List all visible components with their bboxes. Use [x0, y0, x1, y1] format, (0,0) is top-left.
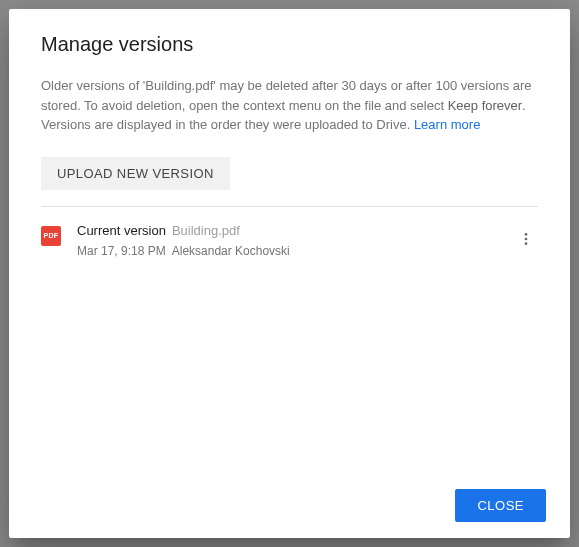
- version-status-line: Current versionBuilding.pdf: [77, 223, 498, 238]
- dialog-title: Manage versions: [9, 33, 570, 56]
- keep-forever-label: Keep forever: [448, 98, 522, 113]
- version-filename: Building.pdf: [172, 223, 240, 238]
- version-row: PDF Current versionBuilding.pdf Mar 17, …: [9, 207, 570, 258]
- version-meta-line: Mar 17, 9:18 PMAleksandar Kochovski: [77, 244, 498, 258]
- close-button[interactable]: CLOSE: [455, 489, 546, 522]
- version-datetime: Mar 17, 9:18 PM: [77, 244, 166, 258]
- svg-point-1: [525, 237, 528, 240]
- version-info: Current versionBuilding.pdf Mar 17, 9:18…: [77, 223, 498, 258]
- spacer: [9, 258, 570, 490]
- learn-more-link[interactable]: Learn more: [414, 117, 480, 132]
- more-actions-button[interactable]: [514, 227, 538, 251]
- pdf-icon: PDF: [41, 226, 61, 246]
- upload-new-version-button[interactable]: UPLOAD NEW VERSION: [41, 157, 230, 190]
- version-status: Current version: [77, 223, 166, 238]
- svg-point-2: [525, 242, 528, 245]
- version-uploader: Aleksandar Kochovski: [172, 244, 290, 258]
- more-vertical-icon: [518, 231, 534, 247]
- manage-versions-dialog: Manage versions Older versions of 'Build…: [9, 9, 570, 538]
- svg-point-0: [525, 233, 528, 236]
- dialog-description: Older versions of 'Building.pdf' may be …: [9, 76, 570, 135]
- dialog-actions: CLOSE: [9, 489, 570, 522]
